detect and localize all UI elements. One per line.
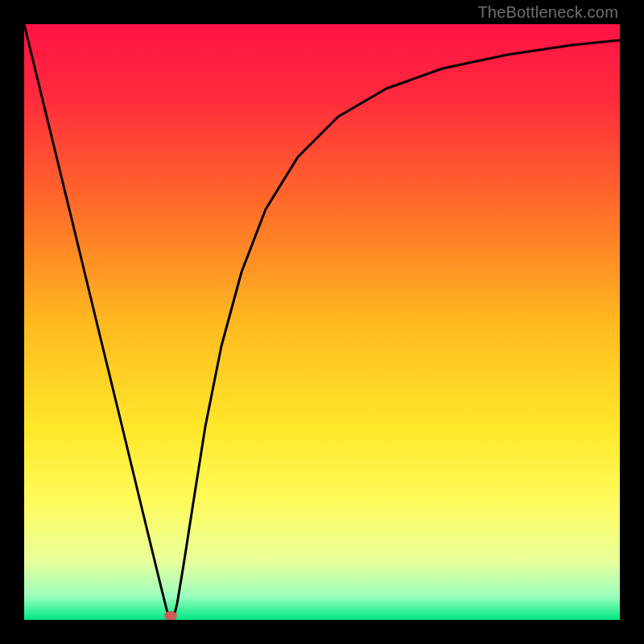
plot-area bbox=[24, 24, 620, 620]
watermark-text: TheBottleneck.com bbox=[477, 3, 618, 22]
gradient-background bbox=[24, 24, 620, 620]
chart-svg bbox=[24, 24, 620, 620]
chart-frame: TheBottleneck.com bbox=[0, 0, 644, 644]
